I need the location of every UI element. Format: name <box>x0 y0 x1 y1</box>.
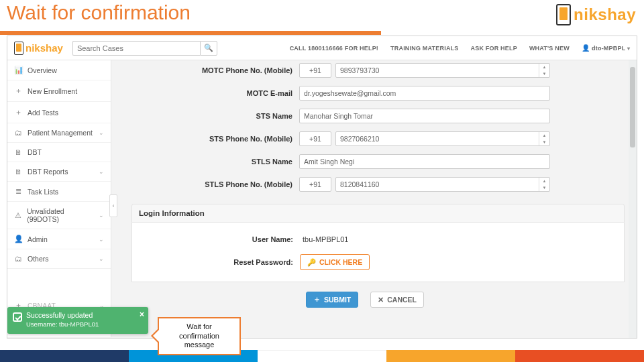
label-reset-password: Reset Password: <box>132 258 300 266</box>
cancel-button[interactable]: ✕ CANCEL <box>370 292 424 308</box>
footer-stripes <box>0 350 644 362</box>
phone-icon <box>556 4 571 25</box>
plus-icon: ＋ <box>14 86 22 96</box>
sidebar-item-label: Unvalidated (99DOTS) <box>27 207 93 223</box>
sidebar-item-label: Patient Management <box>28 129 93 137</box>
nav-call-help[interactable]: CALL 1800116666 FOR HELP! <box>290 45 378 52</box>
form-actions: ＋ SUBMIT ✕ CANCEL <box>131 292 625 308</box>
field-value: dr.yogeshsewate@gmail.com <box>304 89 396 97</box>
list-icon: ≣ <box>14 187 22 196</box>
nav-whats-new[interactable]: WHAT'S NEW <box>529 45 570 52</box>
sts-name-field[interactable]: Manohar Singh Tomar <box>299 109 550 123</box>
search-input[interactable] <box>72 41 200 56</box>
sidebar-item-label: DBT Reports <box>28 168 68 176</box>
nav-ask-help[interactable]: ASK FOR HELP <box>471 45 517 52</box>
label-motc-email: MOTC E-mail <box>131 89 299 97</box>
country-code[interactable]: +91 <box>299 63 331 78</box>
nav-training[interactable]: TRAINING MATERIALS <box>390 45 458 52</box>
sidebar-item-add-tests[interactable]: ＋Add Tests <box>7 102 111 123</box>
country-code[interactable]: +91 <box>299 177 331 192</box>
motc-email-field[interactable]: dr.yogeshsewate@gmail.com <box>299 86 550 101</box>
sidebar-item-admin[interactable]: 👤Admin⌄ <box>7 229 111 249</box>
dashboard-icon: 📊 <box>14 66 22 74</box>
callout-line: message <box>184 341 215 349</box>
reset-password-button[interactable]: 🔑 CLICK HERE <box>300 254 370 270</box>
nav-user-menu[interactable]: dto-MPBPL <box>582 44 630 52</box>
login-panel-header: Login Information <box>131 204 625 223</box>
chevron-down-icon: ⌄ <box>99 168 104 175</box>
field-value: 8120841160 <box>340 180 379 188</box>
slide-title: Wait for confirmation <box>7 1 191 24</box>
field-value: 9893793730 <box>340 66 379 74</box>
sidebar-item-patient-mgmt[interactable]: 🗂Patient Management⌄ <box>7 123 111 143</box>
callout-line: Wait for <box>186 322 212 330</box>
sidebar-item-label: Others <box>28 255 49 263</box>
scrollbar[interactable] <box>629 60 637 338</box>
sidebar-item-dbt[interactable]: 🗎DBT <box>7 143 111 162</box>
button-label: SUBMIT <box>324 296 351 304</box>
chevron-down-icon: ⌄ <box>99 212 104 219</box>
label-sts-phone: STS Phone No. (Mobile) <box>131 135 299 143</box>
sidebar-item-label: Add Tests <box>28 109 58 117</box>
sidebar-item-new-enrollment[interactable]: ＋New Enrollment <box>7 80 111 102</box>
brand-name-small: nikshay <box>25 42 63 54</box>
stls-phone-field[interactable]: 8120841160▲▼ <box>335 177 550 192</box>
label-stls-phone: STLS Phone No. (Mobile) <box>131 180 299 188</box>
stls-name-field[interactable]: Amit Singh Negi <box>299 154 550 169</box>
main-content: MOTC Phone No. (Mobile) +91 9893793730▲▼… <box>111 60 637 338</box>
field-value: 9827066210 <box>340 135 379 143</box>
field-value: Amit Singh Negi <box>304 158 354 166</box>
spinner-icon[interactable]: ▲▼ <box>539 178 549 191</box>
doc-icon: 🗎 <box>14 148 22 156</box>
brand-logo-large: nikshay <box>556 4 636 25</box>
slide-header: Wait for confirmation nikshay <box>0 0 644 35</box>
search-icon: 🔍 <box>204 44 213 52</box>
username-value: tbu-MPBPL01 <box>300 235 348 243</box>
callout-line: confirmation <box>179 332 219 340</box>
label-username: User Name: <box>132 235 300 243</box>
sidebar-item-label: Overview <box>28 66 57 74</box>
button-label: CLICK HERE <box>319 258 362 266</box>
sts-phone-field[interactable]: 9827066210▲▼ <box>335 131 550 146</box>
close-icon: ✕ <box>378 296 384 304</box>
sidebar-item-label: New Enrollment <box>28 87 77 95</box>
top-nav: CALL 1800116666 FOR HELP! TRAINING MATER… <box>290 44 630 52</box>
app-window: nikshay 🔍 CALL 1800116666 FOR HELP! TRAI… <box>7 36 637 339</box>
warning-icon: ⚠ <box>14 211 21 220</box>
stripe <box>386 350 515 362</box>
label-stls-name: STLS Name <box>131 158 299 166</box>
phone-icon <box>14 42 23 55</box>
plus-icon: ＋ <box>14 107 22 117</box>
callout-annotation: Wait for confirmation message <box>158 317 241 355</box>
sidebar-item-label: Admin <box>28 235 48 243</box>
stripe <box>0 350 129 362</box>
user-icon: 👤 <box>14 235 22 243</box>
sidebar-item-task-lists[interactable]: ≣Task Lists <box>7 182 111 202</box>
plus-icon: ＋ <box>313 295 321 304</box>
sidebar-item-label: Task Lists <box>28 188 58 196</box>
topbar: nikshay 🔍 CALL 1800116666 FOR HELP! TRAI… <box>7 36 637 60</box>
field-value: Manohar Singh Tomar <box>304 112 373 120</box>
sidebar-item-dbt-reports[interactable]: 🗎DBT Reports⌄ <box>7 162 111 182</box>
stripe <box>515 350 644 362</box>
sidebar-item-label: DBT <box>28 148 42 156</box>
spinner-icon[interactable]: ▲▼ <box>539 132 549 145</box>
sidebar-item-unvalidated[interactable]: ⚠Unvalidated (99DOTS)⌄ <box>7 202 111 229</box>
doc-icon: 🗎 <box>14 168 22 176</box>
sidebar-item-others[interactable]: 🗂Others⌄ <box>7 249 111 269</box>
sidebar-item-overview[interactable]: 📊Overview <box>7 60 111 80</box>
key-icon: 🔑 <box>307 258 316 267</box>
chevron-down-icon: ⌄ <box>99 255 104 262</box>
submit-button[interactable]: ＋ SUBMIT <box>306 292 358 308</box>
stripe <box>258 350 386 362</box>
brand-logo-small: nikshay <box>14 42 63 55</box>
label-motc-phone: MOTC Phone No. (Mobile) <box>131 66 299 74</box>
motc-phone-field[interactable]: 9893793730▲▼ <box>335 63 550 78</box>
sidebar: 📊Overview ＋New Enrollment ＋Add Tests 🗂Pa… <box>7 60 111 338</box>
search-group: 🔍 <box>72 41 217 56</box>
folder-icon: 🗂 <box>14 255 22 263</box>
spinner-icon[interactable]: ▲▼ <box>539 64 549 77</box>
search-button[interactable]: 🔍 <box>200 41 217 56</box>
check-icon <box>13 312 22 322</box>
country-code[interactable]: +91 <box>299 131 331 146</box>
